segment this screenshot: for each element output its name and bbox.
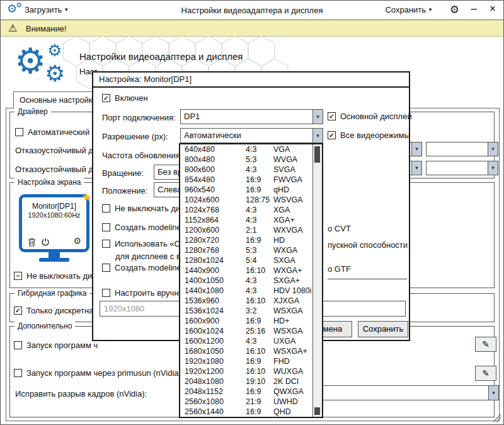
select-value bbox=[427, 161, 488, 175]
resolution-option[interactable]: 1440x900 16:10 WXGA+ bbox=[180, 265, 312, 276]
resolution-option[interactable]: 854x480 16:9 FWVGA bbox=[180, 175, 312, 185]
manual-mode-checkbox[interactable]: Настроить вручну bbox=[102, 288, 183, 298]
port-select[interactable]: DP1 ▼ bbox=[180, 109, 323, 124]
save-button[interactable]: Сохранить bbox=[358, 321, 408, 337]
edit-button[interactable]: ✎ bbox=[475, 366, 496, 381]
chevron-down-icon[interactable]: ▼ bbox=[488, 386, 498, 400]
resolution-name: XGA bbox=[273, 206, 312, 214]
resolution-option[interactable]: 2048x1080 19:10 2K DCI bbox=[180, 376, 312, 387]
resolution-label: Разрешение (px): bbox=[102, 132, 168, 141]
resolution-option[interactable]: 1024x768 4:3 XGA bbox=[180, 205, 312, 215]
failover-driver-label-1: Отказоустойчивый др bbox=[15, 146, 98, 155]
modeline-cvt-checkbox[interactable]: Создать modeline bbox=[102, 223, 181, 232]
run-programs-checkbox-1[interactable]: Запуск программ ч bbox=[14, 341, 98, 350]
resolution-option[interactable]: 1280x768 5:3 WXGA bbox=[180, 245, 312, 255]
aspect-ratio: 16:9 bbox=[246, 357, 273, 366]
resolution-option[interactable]: 2048x1152 16:9 QWXGA bbox=[180, 387, 312, 397]
resolution-value: 1440x1080 bbox=[185, 286, 246, 295]
port-select-value: DP1 bbox=[181, 110, 312, 124]
resolution-value: 1600x1024 bbox=[185, 327, 246, 335]
resize-grip[interactable] bbox=[491, 412, 501, 422]
failover-driver-label-2: Отказоустойчивый др bbox=[15, 165, 98, 174]
resolution-name: UXGA bbox=[273, 337, 312, 346]
power-icon[interactable] bbox=[41, 238, 50, 249]
settings-gear-button[interactable]: ⚙ bbox=[450, 3, 459, 16]
resolution-value: 800x480 bbox=[185, 155, 246, 164]
resolution-name: WSXGA bbox=[273, 327, 312, 335]
resolution-select[interactable]: Автоматически ▼ bbox=[180, 128, 323, 143]
resolution-option[interactable]: 1920x1080 16:9 FHD bbox=[180, 356, 312, 366]
resolution-option[interactable]: 2560x1080 21:9 UWHD bbox=[180, 397, 312, 407]
aspect-ratio: 4:3 bbox=[246, 165, 273, 174]
resolution-option[interactable]: 1152x864 4:3 XGA+ bbox=[180, 215, 312, 225]
trash-icon[interactable] bbox=[28, 238, 36, 249]
resolution-value: 1200x600 bbox=[185, 226, 246, 235]
modeline-cvt-label-tail: о CVT bbox=[328, 224, 351, 233]
failover-driver-select-2b[interactable]: ▼ bbox=[426, 161, 498, 175]
scroll-down-button[interactable] bbox=[314, 407, 320, 415]
resolution-option[interactable]: 1536x960 16:10 XJXGA bbox=[180, 296, 312, 306]
resolution-name: WSXGA bbox=[273, 306, 312, 315]
resolution-option[interactable]: 1600x1024 25:16 WSXGA bbox=[180, 326, 312, 336]
resolution-option[interactable]: 1280x1024 5:4 SXGA bbox=[180, 255, 312, 265]
save-menu-button[interactable]: Сохранить▼ bbox=[385, 5, 433, 15]
resolution-option[interactable]: 1680x1050 16:10 WSXGA+ bbox=[180, 346, 312, 356]
chevron-down-icon[interactable]: ▼ bbox=[312, 110, 323, 124]
keep-display-on-checkbox[interactable]: – Не выключать ди bbox=[14, 271, 92, 281]
resolution-option[interactable]: 1536x1024 3:2 WSXGA bbox=[180, 306, 312, 316]
cvt-reduced-checkbox[interactable]: Использовать «CV bbox=[102, 239, 186, 248]
checkbox-label: Не выключать ди bbox=[26, 271, 92, 281]
all-video-modes-checkbox[interactable]: ✓ Все видеорежимы bbox=[328, 131, 410, 140]
modeline-gtf-checkbox[interactable]: Создать modeline bbox=[102, 263, 181, 272]
chevron-down-icon[interactable]: ▼ bbox=[488, 143, 498, 156]
resolution-option[interactable]: 1280x720 16:9 HD bbox=[180, 235, 312, 245]
chevron-down-icon[interactable]: ▼ bbox=[488, 161, 498, 175]
resolution-option[interactable]: 1400x1050 4:3 SXGA+ bbox=[180, 276, 312, 286]
run-programs-checkbox-2[interactable]: Запуск программ через primusun (nVidia) bbox=[14, 368, 181, 378]
gear-icon[interactable]: ⚙ bbox=[73, 236, 81, 245]
enabled-checkbox[interactable]: ✓ Включен bbox=[102, 93, 148, 103]
title-bar: ⚙ ⚙ Загрузить▼ Настройки видеоадаптера и… bbox=[1, 1, 503, 20]
aspect-ratio: 16:10 bbox=[246, 347, 273, 356]
edit-button[interactable]: ✎ bbox=[475, 337, 496, 352]
resolution-option[interactable]: 1600x900 16:9 HD+ bbox=[180, 316, 312, 326]
resolution-name: HD bbox=[273, 236, 312, 245]
dialog-title: Настройка: Monitor[DP1] bbox=[93, 73, 409, 88]
aspect-ratio: 4:3 bbox=[246, 145, 273, 154]
primary-display-checkbox[interactable]: ✓ Основной дисплей bbox=[328, 112, 412, 121]
resolution-option[interactable]: 640x480 4:3 VGA bbox=[180, 144, 312, 154]
load-menu-button[interactable]: Загрузить▼ bbox=[25, 5, 69, 15]
auto-driver-checkbox[interactable]: Автоматический в bbox=[15, 127, 96, 137]
resolution-name: UWHD bbox=[273, 397, 312, 406]
scrollbar-thumb[interactable] bbox=[314, 146, 320, 163]
minimize-button[interactable]: – bbox=[471, 3, 477, 15]
checkbox-box: – bbox=[14, 272, 22, 280]
resolution-option[interactable]: 1600x1200 4:3 UXGA bbox=[180, 336, 312, 346]
resolution-name: qHD bbox=[273, 185, 312, 194]
resolution-option[interactable]: 1024x600 128:75 WSVGA bbox=[180, 195, 312, 205]
chevron-down-icon[interactable]: ▼ bbox=[312, 129, 323, 143]
resolution-name: WSVGA bbox=[273, 195, 312, 204]
port-label: Порт подключения: bbox=[102, 113, 176, 122]
scrollbar[interactable] bbox=[312, 144, 322, 417]
chevron-down-icon[interactable]: ▼ bbox=[411, 143, 421, 156]
tear-fix-label: Исправить разрыв кадров (nVidia): bbox=[15, 389, 147, 399]
aspect-ratio: 16:9 bbox=[246, 317, 273, 325]
discrete-only-checkbox[interactable]: ✓ Только дискретна bbox=[14, 306, 93, 315]
resolution-option[interactable]: 2560x1440 16:9 QHD bbox=[180, 407, 312, 417]
resolution-value: 2560x1440 bbox=[185, 407, 246, 416]
checkbox-label: Включен bbox=[115, 93, 148, 103]
resolution-option[interactable]: 1440x1080 4:3 HDV 1080i bbox=[180, 286, 312, 296]
keep-display-on-checkbox[interactable]: Не выключать дис bbox=[102, 204, 185, 213]
resolution-option[interactable]: 1920x1200 16:10 WUXGA bbox=[180, 366, 312, 376]
resolution-option[interactable]: 960x540 16:9 qHD bbox=[180, 185, 312, 195]
chevron-down-icon[interactable]: ▼ bbox=[411, 161, 421, 175]
close-button[interactable]: × bbox=[490, 3, 496, 15]
resolution-list[interactable]: 640x480 4:3 VGA 800x480 5:3 WVGA 800x600… bbox=[180, 144, 312, 417]
resolution-option[interactable]: 800x480 5:3 WVGA bbox=[180, 154, 312, 165]
resolution-option[interactable]: 1200x600 2:1 WXVGA bbox=[180, 225, 312, 235]
tab-main-settings[interactable]: Основные настройки bbox=[13, 91, 96, 108]
resolution-option[interactable]: 800x600 4:3 SVGA bbox=[180, 165, 312, 175]
failover-driver-select-1b[interactable]: ▼ bbox=[426, 142, 498, 156]
monitor-card[interactable]: Monitor[DP1] 1920x1080:60Hz ⚙ ★ bbox=[19, 194, 89, 279]
